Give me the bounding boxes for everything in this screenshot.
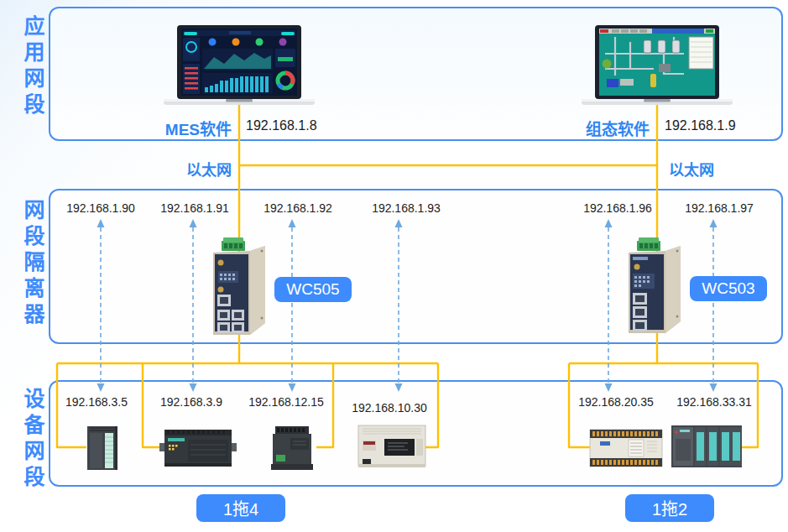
wc505-model-badge: WC505 [274,277,352,302]
isolator-ip-label: 192.168.1.90 [66,201,135,215]
device-ip-label: 192.168.12.15 [248,395,324,409]
device-ip-label: 192.168.33.31 [676,395,752,409]
isolator-ip-label: 192.168.1.97 [685,201,754,215]
one-to-four-badge: 1拖4 [196,494,285,522]
isolator-ip-label: 192.168.1.93 [372,201,441,215]
ethernet-label-left: 以太网 [181,158,232,180]
ethernet-label-right: 以太网 [669,158,714,180]
plc-device-image-3 [269,425,315,472]
device-ip-label: 192.168.20.35 [578,395,654,409]
plc-device-image-6 [670,422,744,470]
plc-device-image-2 [159,426,237,470]
plc-device-image-4 [356,422,428,471]
wc505-gateway-image [206,236,270,338]
scada-software-label: 组态软件 [581,117,650,139]
device-ip-label: 192.168.10.30 [352,401,427,415]
scada-laptop-image [582,25,733,107]
device-ip-label: 192.168.3.9 [160,395,222,409]
isolator-ip-label: 192.168.1.96 [583,201,652,215]
isolator-ip-label: 192.168.1.91 [160,201,229,215]
wc503-gateway-image [622,236,686,336]
plc-device-image-5 [588,425,664,470]
mes-laptop-image [164,25,315,107]
one-to-two-badge: 1拖2 [625,494,714,522]
mes-software-label: MES软件 [159,117,232,139]
plc-device-image-1 [84,425,122,472]
isolator-ip-label: 192.168.1.92 [264,201,332,215]
scada-ip-label: 192.168.1.9 [665,118,736,133]
device-ip-label: 192.168.3.5 [65,395,128,409]
wc503-model-badge: WC503 [690,276,767,301]
mes-ip-label: 192.168.1.8 [246,118,317,133]
network-topology-diagram: 应用网段 网段隔离器 设备网段 [0,0,788,532]
